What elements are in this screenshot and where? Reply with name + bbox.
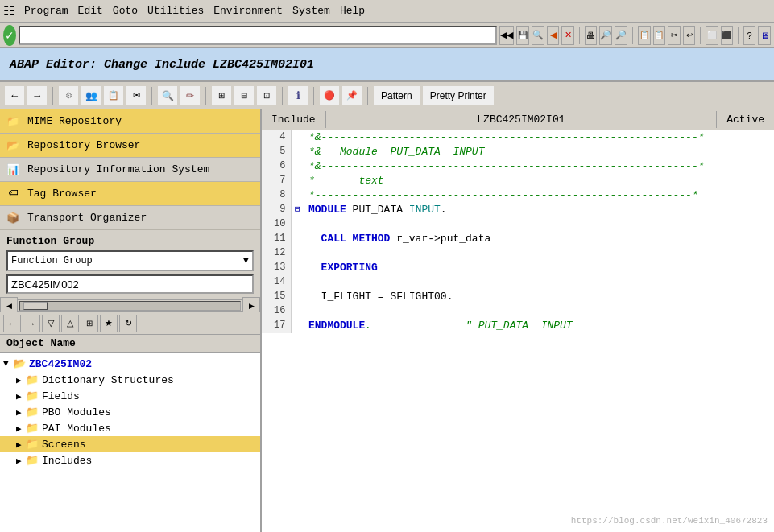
layout2-btn[interactable]: ⊟ bbox=[234, 86, 254, 105]
function-group-select[interactable]: Function Group ▼ bbox=[6, 250, 254, 271]
line-content[interactable]: MODULE PUT_DATA INPUT. bbox=[304, 203, 774, 217]
tree-screens[interactable]: ▶ 📁 Screens bbox=[0, 436, 260, 452]
collapse-button bbox=[291, 217, 304, 232]
copy2-btn[interactable]: 📋 bbox=[104, 86, 123, 105]
title-bar: ABAP Editor: Change Include LZBC425IM02I… bbox=[0, 48, 774, 82]
tree-obj-button[interactable]: ⊞ bbox=[81, 315, 98, 332]
line-content[interactable] bbox=[304, 246, 774, 261]
table-row: 16 bbox=[262, 304, 774, 319]
toolbar-separator-3 bbox=[700, 27, 701, 44]
line-content[interactable]: *&--------------------------------------… bbox=[304, 130, 774, 145]
help-button[interactable]: ? bbox=[743, 26, 756, 45]
tree-root[interactable]: ▼ 📂 ZBC425IM02 bbox=[0, 356, 260, 372]
nav-transport[interactable]: 📦 Transport Organizer bbox=[0, 206, 260, 230]
line-content[interactable]: *& Module PUT_DATA INPUT bbox=[304, 145, 774, 159]
copy-button[interactable]: 📋 bbox=[638, 26, 651, 45]
back-nav-button[interactable]: ◀ bbox=[547, 26, 560, 45]
line-content[interactable]: ENDMODULE. " PUT_DATA INPUT bbox=[304, 319, 774, 333]
forward-nav-button[interactable]: ✕ bbox=[561, 26, 574, 45]
line-number: 13 bbox=[262, 261, 291, 275]
command-input[interactable] bbox=[19, 26, 497, 45]
window2-button[interactable]: ⬛ bbox=[721, 26, 734, 45]
code-editor[interactable]: 4*&-------------------------------------… bbox=[262, 130, 774, 532]
menu-help[interactable]: Help bbox=[340, 5, 365, 17]
tree-up-button[interactable]: △ bbox=[61, 315, 79, 332]
group-btn[interactable]: 👥 bbox=[81, 86, 101, 105]
line-number: 15 bbox=[262, 290, 291, 304]
line-content[interactable]: EXPORTING bbox=[304, 261, 774, 275]
nav-repo-info[interactable]: 📊 Repository Information System bbox=[0, 158, 260, 182]
menu-goto[interactable]: Goto bbox=[113, 5, 138, 17]
tree-includes[interactable]: ▶ 📁 Includes bbox=[0, 452, 260, 468]
line-number: 7 bbox=[262, 174, 291, 188]
ed-sep-2 bbox=[151, 87, 152, 105]
find3-button[interactable]: 🔎 bbox=[615, 26, 627, 45]
tree-fields[interactable]: ▶ 📁 Fields bbox=[0, 388, 260, 404]
print-button[interactable]: 🖶 bbox=[585, 26, 598, 45]
back-ed-button[interactable]: ← bbox=[5, 86, 24, 105]
tree-forward-button[interactable]: → bbox=[23, 315, 40, 332]
collapse-button[interactable]: ⊟ bbox=[291, 203, 304, 217]
undo-button[interactable]: ↩ bbox=[683, 26, 696, 45]
tree-pbo[interactable]: ▶ 📁 PBO Modules bbox=[0, 404, 260, 420]
monitor-button[interactable]: 🖥 bbox=[758, 26, 771, 45]
tree-star-button[interactable]: ★ bbox=[100, 315, 118, 332]
watermark: https://blog.csdn.net/weixin_40672823 bbox=[571, 516, 768, 526]
line-number: 17 bbox=[262, 319, 291, 333]
line-content[interactable] bbox=[304, 275, 774, 290]
nav-mime-repo[interactable]: 📁 MIME Repository bbox=[0, 109, 260, 134]
fields-arrow: ▶ bbox=[16, 391, 26, 402]
find-button[interactable]: 🔍 bbox=[532, 26, 544, 45]
nav-prev-button[interactable]: ◀◀ bbox=[499, 26, 514, 45]
line-content[interactable]: * text bbox=[304, 174, 774, 188]
menu-system[interactable]: System bbox=[292, 5, 330, 17]
line-content[interactable]: *&--------------------------------------… bbox=[304, 159, 774, 174]
function-group-input[interactable] bbox=[6, 274, 254, 294]
h-scrollbar[interactable]: ◀ ▶ bbox=[0, 299, 260, 312]
line-content[interactable] bbox=[304, 217, 774, 232]
window-button[interactable]: ⬜ bbox=[706, 26, 718, 45]
toolbar-separator-4 bbox=[738, 27, 739, 44]
dict-icon: 📁 bbox=[26, 373, 39, 386]
ed-find-btn[interactable]: 🔍 bbox=[158, 86, 177, 105]
cut-button[interactable]: ✂ bbox=[668, 26, 681, 45]
find2-button[interactable]: 🔎 bbox=[599, 26, 612, 45]
line-content[interactable] bbox=[304, 304, 774, 319]
menu-environment[interactable]: Environment bbox=[213, 5, 283, 17]
pattern-button[interactable]: Pattern bbox=[374, 86, 420, 105]
back-button[interactable]: ✓ bbox=[3, 25, 16, 46]
nav-repo-browser[interactable]: 📂 Repository Browser bbox=[0, 134, 260, 158]
ed-edit-btn[interactable]: ✏ bbox=[180, 86, 200, 105]
tree-pai[interactable]: ▶ 📁 PAI Modules bbox=[0, 420, 260, 436]
breakpoint-btn[interactable]: 📌 bbox=[342, 86, 362, 105]
paste-button[interactable]: 📋 bbox=[653, 26, 666, 45]
save-button[interactable]: 💾 bbox=[516, 26, 529, 45]
menu-edit[interactable]: Edit bbox=[78, 5, 103, 17]
pretty-printer-button[interactable]: Pretty Printer bbox=[423, 86, 494, 105]
line-number: 11 bbox=[262, 232, 291, 246]
menu-program[interactable]: Program bbox=[24, 5, 68, 17]
nav-tag-browser[interactable]: 🏷 Tag Browser bbox=[0, 182, 260, 206]
layout3-btn[interactable]: ⊡ bbox=[257, 86, 276, 105]
tree-refresh-button[interactable]: ↻ bbox=[119, 315, 137, 332]
layout-btn[interactable]: ⊞ bbox=[212, 86, 231, 105]
line-content[interactable]: I_FLIGHT = SFLIGHT00. bbox=[304, 290, 774, 304]
menu-utilities[interactable]: Utilities bbox=[147, 5, 204, 17]
scroll-thumb[interactable] bbox=[23, 302, 48, 310]
tree-back-button[interactable]: ← bbox=[3, 315, 21, 332]
mail-btn[interactable]: ✉ bbox=[126, 86, 146, 105]
object-btn[interactable]: ⚙ bbox=[59, 86, 78, 105]
right-panel: Include LZBC425IM02I01 Active 4*&-------… bbox=[262, 109, 774, 532]
tree-dict[interactable]: ▶ 📁 Dictionary Structures bbox=[0, 372, 260, 388]
repoinfo-icon: 📊 bbox=[6, 163, 19, 176]
scroll-track[interactable] bbox=[19, 301, 241, 311]
line-content[interactable]: CALL METHOD r_var->put_data bbox=[304, 232, 774, 246]
line-content[interactable]: *---------------------------------------… bbox=[304, 188, 774, 203]
ed-sep-3 bbox=[205, 87, 206, 105]
info-btn[interactable]: ℹ bbox=[288, 86, 308, 105]
forward-ed-button[interactable]: → bbox=[27, 86, 47, 105]
screens-icon: 📁 bbox=[26, 438, 39, 451]
tree-filter-button[interactable]: ▽ bbox=[42, 315, 60, 332]
debug-btn[interactable]: 🔴 bbox=[320, 86, 339, 105]
pai-icon: 📁 bbox=[26, 422, 39, 435]
